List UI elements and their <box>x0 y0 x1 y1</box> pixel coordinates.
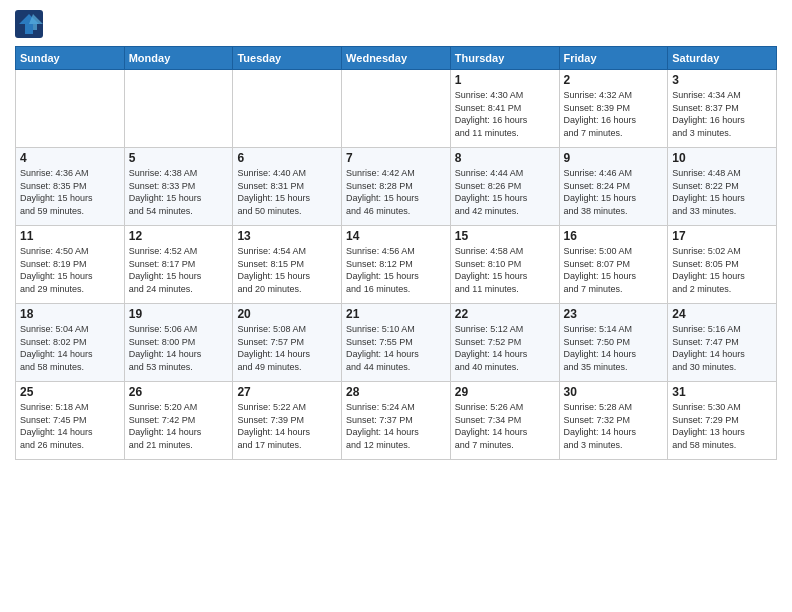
logo <box>15 10 47 38</box>
week-row-2: 4Sunrise: 4:36 AM Sunset: 8:35 PM Daylig… <box>16 148 777 226</box>
weekday-sunday: Sunday <box>16 47 125 70</box>
day-cell: 8Sunrise: 4:44 AM Sunset: 8:26 PM Daylig… <box>450 148 559 226</box>
day-info: Sunrise: 4:32 AM Sunset: 8:39 PM Dayligh… <box>564 89 664 139</box>
calendar-table: SundayMondayTuesdayWednesdayThursdayFrid… <box>15 46 777 460</box>
day-cell: 30Sunrise: 5:28 AM Sunset: 7:32 PM Dayli… <box>559 382 668 460</box>
day-cell: 5Sunrise: 4:38 AM Sunset: 8:33 PM Daylig… <box>124 148 233 226</box>
day-info: Sunrise: 4:52 AM Sunset: 8:17 PM Dayligh… <box>129 245 229 295</box>
day-cell <box>342 70 451 148</box>
day-cell: 20Sunrise: 5:08 AM Sunset: 7:57 PM Dayli… <box>233 304 342 382</box>
day-info: Sunrise: 4:42 AM Sunset: 8:28 PM Dayligh… <box>346 167 446 217</box>
day-info: Sunrise: 4:48 AM Sunset: 8:22 PM Dayligh… <box>672 167 772 217</box>
day-info: Sunrise: 5:00 AM Sunset: 8:07 PM Dayligh… <box>564 245 664 295</box>
day-cell: 13Sunrise: 4:54 AM Sunset: 8:15 PM Dayli… <box>233 226 342 304</box>
day-info: Sunrise: 5:20 AM Sunset: 7:42 PM Dayligh… <box>129 401 229 451</box>
week-row-1: 1Sunrise: 4:30 AM Sunset: 8:41 PM Daylig… <box>16 70 777 148</box>
day-info: Sunrise: 5:12 AM Sunset: 7:52 PM Dayligh… <box>455 323 555 373</box>
week-row-4: 18Sunrise: 5:04 AM Sunset: 8:02 PM Dayli… <box>16 304 777 382</box>
day-number: 17 <box>672 229 772 243</box>
day-cell: 25Sunrise: 5:18 AM Sunset: 7:45 PM Dayli… <box>16 382 125 460</box>
day-cell: 4Sunrise: 4:36 AM Sunset: 8:35 PM Daylig… <box>16 148 125 226</box>
day-info: Sunrise: 5:14 AM Sunset: 7:50 PM Dayligh… <box>564 323 664 373</box>
day-cell <box>124 70 233 148</box>
day-number: 12 <box>129 229 229 243</box>
day-info: Sunrise: 5:22 AM Sunset: 7:39 PM Dayligh… <box>237 401 337 451</box>
day-number: 22 <box>455 307 555 321</box>
weekday-thursday: Thursday <box>450 47 559 70</box>
day-number: 7 <box>346 151 446 165</box>
day-cell: 26Sunrise: 5:20 AM Sunset: 7:42 PM Dayli… <box>124 382 233 460</box>
day-cell: 22Sunrise: 5:12 AM Sunset: 7:52 PM Dayli… <box>450 304 559 382</box>
day-info: Sunrise: 4:46 AM Sunset: 8:24 PM Dayligh… <box>564 167 664 217</box>
day-number: 18 <box>20 307 120 321</box>
day-info: Sunrise: 4:40 AM Sunset: 8:31 PM Dayligh… <box>237 167 337 217</box>
week-row-5: 25Sunrise: 5:18 AM Sunset: 7:45 PM Dayli… <box>16 382 777 460</box>
day-number: 28 <box>346 385 446 399</box>
day-number: 20 <box>237 307 337 321</box>
day-info: Sunrise: 4:50 AM Sunset: 8:19 PM Dayligh… <box>20 245 120 295</box>
day-number: 4 <box>20 151 120 165</box>
weekday-tuesday: Tuesday <box>233 47 342 70</box>
day-cell: 3Sunrise: 4:34 AM Sunset: 8:37 PM Daylig… <box>668 70 777 148</box>
day-number: 10 <box>672 151 772 165</box>
day-info: Sunrise: 5:30 AM Sunset: 7:29 PM Dayligh… <box>672 401 772 451</box>
day-number: 21 <box>346 307 446 321</box>
day-number: 9 <box>564 151 664 165</box>
day-info: Sunrise: 5:28 AM Sunset: 7:32 PM Dayligh… <box>564 401 664 451</box>
logo-icon <box>15 10 43 38</box>
day-cell <box>16 70 125 148</box>
day-number: 23 <box>564 307 664 321</box>
day-info: Sunrise: 4:38 AM Sunset: 8:33 PM Dayligh… <box>129 167 229 217</box>
day-number: 15 <box>455 229 555 243</box>
header <box>15 10 777 38</box>
day-cell: 21Sunrise: 5:10 AM Sunset: 7:55 PM Dayli… <box>342 304 451 382</box>
day-number: 3 <box>672 73 772 87</box>
weekday-saturday: Saturday <box>668 47 777 70</box>
day-info: Sunrise: 4:56 AM Sunset: 8:12 PM Dayligh… <box>346 245 446 295</box>
day-number: 26 <box>129 385 229 399</box>
day-cell: 28Sunrise: 5:24 AM Sunset: 7:37 PM Dayli… <box>342 382 451 460</box>
page: SundayMondayTuesdayWednesdayThursdayFrid… <box>0 0 792 612</box>
day-cell: 24Sunrise: 5:16 AM Sunset: 7:47 PM Dayli… <box>668 304 777 382</box>
day-cell: 29Sunrise: 5:26 AM Sunset: 7:34 PM Dayli… <box>450 382 559 460</box>
day-cell: 14Sunrise: 4:56 AM Sunset: 8:12 PM Dayli… <box>342 226 451 304</box>
day-info: Sunrise: 4:54 AM Sunset: 8:15 PM Dayligh… <box>237 245 337 295</box>
day-number: 5 <box>129 151 229 165</box>
day-number: 16 <box>564 229 664 243</box>
weekday-wednesday: Wednesday <box>342 47 451 70</box>
day-number: 2 <box>564 73 664 87</box>
weekday-friday: Friday <box>559 47 668 70</box>
day-number: 11 <box>20 229 120 243</box>
day-number: 13 <box>237 229 337 243</box>
day-info: Sunrise: 5:04 AM Sunset: 8:02 PM Dayligh… <box>20 323 120 373</box>
day-cell <box>233 70 342 148</box>
day-cell: 15Sunrise: 4:58 AM Sunset: 8:10 PM Dayli… <box>450 226 559 304</box>
day-cell: 16Sunrise: 5:00 AM Sunset: 8:07 PM Dayli… <box>559 226 668 304</box>
day-cell: 7Sunrise: 4:42 AM Sunset: 8:28 PM Daylig… <box>342 148 451 226</box>
day-cell: 31Sunrise: 5:30 AM Sunset: 7:29 PM Dayli… <box>668 382 777 460</box>
day-info: Sunrise: 5:26 AM Sunset: 7:34 PM Dayligh… <box>455 401 555 451</box>
day-cell: 18Sunrise: 5:04 AM Sunset: 8:02 PM Dayli… <box>16 304 125 382</box>
day-info: Sunrise: 5:02 AM Sunset: 8:05 PM Dayligh… <box>672 245 772 295</box>
day-cell: 27Sunrise: 5:22 AM Sunset: 7:39 PM Dayli… <box>233 382 342 460</box>
day-number: 29 <box>455 385 555 399</box>
day-number: 6 <box>237 151 337 165</box>
day-info: Sunrise: 5:18 AM Sunset: 7:45 PM Dayligh… <box>20 401 120 451</box>
day-number: 31 <box>672 385 772 399</box>
day-cell: 1Sunrise: 4:30 AM Sunset: 8:41 PM Daylig… <box>450 70 559 148</box>
day-info: Sunrise: 5:16 AM Sunset: 7:47 PM Dayligh… <box>672 323 772 373</box>
day-number: 8 <box>455 151 555 165</box>
day-cell: 19Sunrise: 5:06 AM Sunset: 8:00 PM Dayli… <box>124 304 233 382</box>
day-number: 24 <box>672 307 772 321</box>
day-info: Sunrise: 4:36 AM Sunset: 8:35 PM Dayligh… <box>20 167 120 217</box>
day-number: 14 <box>346 229 446 243</box>
day-cell: 2Sunrise: 4:32 AM Sunset: 8:39 PM Daylig… <box>559 70 668 148</box>
day-cell: 12Sunrise: 4:52 AM Sunset: 8:17 PM Dayli… <box>124 226 233 304</box>
day-cell: 6Sunrise: 4:40 AM Sunset: 8:31 PM Daylig… <box>233 148 342 226</box>
day-info: Sunrise: 5:08 AM Sunset: 7:57 PM Dayligh… <box>237 323 337 373</box>
day-info: Sunrise: 5:06 AM Sunset: 8:00 PM Dayligh… <box>129 323 229 373</box>
day-info: Sunrise: 4:34 AM Sunset: 8:37 PM Dayligh… <box>672 89 772 139</box>
day-cell: 10Sunrise: 4:48 AM Sunset: 8:22 PM Dayli… <box>668 148 777 226</box>
day-cell: 9Sunrise: 4:46 AM Sunset: 8:24 PM Daylig… <box>559 148 668 226</box>
day-number: 19 <box>129 307 229 321</box>
